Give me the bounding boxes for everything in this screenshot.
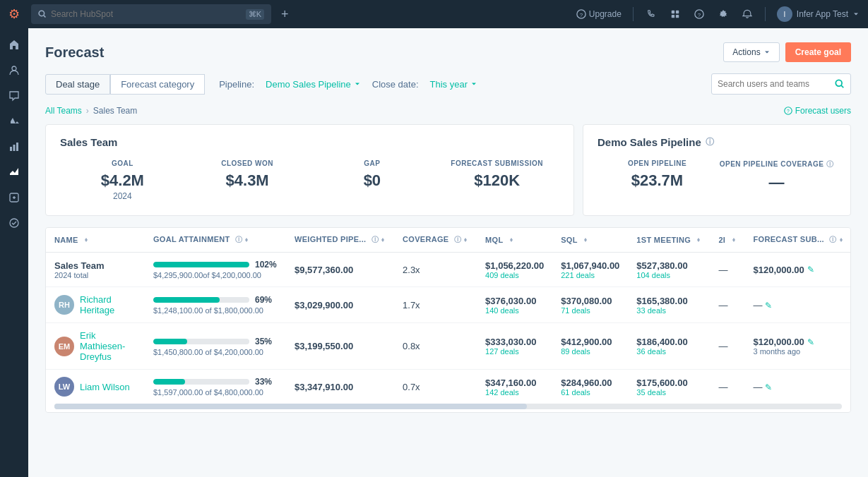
svg-point-15 <box>10 219 18 227</box>
sql-cell: $1,067,940.00 221 deals <box>552 253 628 287</box>
progress-bar-bg <box>153 379 249 385</box>
search-icon <box>38 10 47 18</box>
mql-amount: $333,030.00 <box>485 337 544 347</box>
sql-deals[interactable]: 71 deals <box>561 306 619 315</box>
forecast-sub-info[interactable]: ⓘ <box>829 235 836 245</box>
pipeline-filter-value[interactable]: Demo Sales Pipeline <box>266 79 361 90</box>
svg-text:?: ? <box>580 12 583 18</box>
sidebar-reports-icon[interactable] <box>3 161 25 183</box>
sales-team-summary-card: Sales Team GOAL $4.2M 2024 CLOSED WON $4… <box>45 124 574 216</box>
forecast-sub-edit-icon[interactable]: ✎ <box>765 382 772 392</box>
col-forecast-sub: FORECAST SUB... ⓘ <box>745 228 851 253</box>
name-cell: Sales Team2024 total <box>46 253 145 287</box>
sidebar-contacts-icon[interactable] <box>3 59 25 82</box>
sidebar-automation-icon[interactable] <box>3 186 25 209</box>
tab-forecast-category[interactable]: Forecast category <box>110 74 205 95</box>
mql-block: $347,160.00 142 deals <box>485 378 544 397</box>
user-menu[interactable]: I Infer App Test <box>777 6 860 22</box>
coverage-cell: 0.7x <box>394 370 477 404</box>
mql-amount: $376,030.00 <box>485 296 544 306</box>
user-name-link[interactable]: Liam Wilson <box>80 382 130 392</box>
horizontal-scrollbar-thumb[interactable] <box>54 404 527 409</box>
mql-deals[interactable]: 409 deals <box>485 271 544 279</box>
mql-cell: $347,160.00 142 deals <box>477 370 552 404</box>
actions-button[interactable]: Actions <box>723 42 779 62</box>
sidebar-home-icon[interactable] <box>3 34 25 56</box>
col-weighted-pipe: WEIGHTED PIPE... ⓘ <box>286 228 394 253</box>
tab-deal-stage[interactable]: Deal stage <box>45 74 110 95</box>
weighted-pipe-info[interactable]: ⓘ <box>371 235 379 245</box>
mql-deals[interactable]: 142 deals <box>485 388 544 397</box>
mql-deals[interactable]: 127 deals <box>485 347 544 356</box>
global-search-bar[interactable]: ⌘K <box>31 4 271 24</box>
name-sort-icon[interactable] <box>83 237 89 243</box>
coverage-sort-icon[interactable] <box>463 237 468 243</box>
first-meeting-deals[interactable]: 33 deals <box>636 306 701 315</box>
upgrade-link[interactable]: ? Upgrade <box>576 9 622 19</box>
goal-label: GOAL <box>60 159 185 167</box>
first-meeting-amount: $165,380.00 <box>636 296 701 306</box>
help-icon[interactable]: ? <box>693 8 706 20</box>
first-meeting-block: $527,380.00 104 deals <box>636 260 701 279</box>
forecast-sub-edit-icon[interactable]: ✎ <box>807 265 814 274</box>
weighted-pipe-sort-icon[interactable] <box>380 237 386 243</box>
first-meeting-deals[interactable]: 35 deals <box>636 388 701 397</box>
nav-divider <box>633 7 634 21</box>
sql-deals[interactable]: 221 deals <box>561 271 619 279</box>
open-pipeline-metric: OPEN PIPELINE $23.7M <box>598 159 717 192</box>
progress-bar-fill <box>153 262 249 267</box>
weighted-pipe-cell: $3,029,900.00 <box>286 287 394 323</box>
phone-icon[interactable] <box>645 8 658 20</box>
sql-deals[interactable]: 89 deals <box>561 347 619 356</box>
breadcrumb-all-teams[interactable]: All Teams <box>45 106 82 116</box>
global-search-input[interactable] <box>51 9 242 19</box>
forecast-sub-sort-icon[interactable] <box>838 237 844 243</box>
forecast-users-link[interactable]: ? Forecast users <box>784 106 851 116</box>
sql-amount: $370,080.00 <box>561 296 619 306</box>
coverage-info[interactable]: ⓘ <box>454 235 461 245</box>
create-goal-button[interactable]: Create goal <box>785 42 851 62</box>
svg-line-1 <box>44 16 46 18</box>
goal-attainment-info[interactable]: ⓘ <box>235 235 242 245</box>
first-meeting-amount: $175,600.00 <box>636 378 701 388</box>
settings-icon[interactable] <box>717 8 730 20</box>
forecast-sub-ago: 3 months ago <box>754 347 844 356</box>
progress-bar-bg <box>153 297 249 303</box>
col21-sort-icon[interactable] <box>731 237 737 243</box>
forecast-sub-edit-icon[interactable]: ✎ <box>807 337 814 347</box>
svg-point-16 <box>836 80 842 86</box>
forecast-sub-edit-icon[interactable]: ✎ <box>765 301 772 310</box>
col-21: 2I <box>710 228 744 253</box>
first-meeting-sort-icon[interactable] <box>696 237 701 243</box>
close-date-filter-value[interactable]: This year <box>430 79 477 90</box>
grid-icon[interactable] <box>669 8 682 20</box>
sidebar-conversations-icon[interactable] <box>3 85 25 107</box>
sidebar-sales-icon[interactable] <box>3 135 25 158</box>
user-name-link[interactable]: Richard Heritage <box>80 294 136 315</box>
user-name-link[interactable]: Erik Mathiesen-Dreyfus <box>80 330 136 362</box>
notifications-icon[interactable] <box>741 8 754 20</box>
first-meeting-deals[interactable]: 36 deals <box>636 347 701 356</box>
filter-group: Pipeline: Demo Sales Pipeline Close date… <box>219 79 477 90</box>
sales-metrics-row: GOAL $4.2M 2024 CLOSED WON $4.3M GAP $0 … <box>60 159 559 201</box>
goal-attainment-sort-icon[interactable] <box>244 237 249 243</box>
mql-deals[interactable]: 140 deals <box>485 306 544 315</box>
search-users-bar[interactable] <box>711 73 851 95</box>
pipeline-chevron-icon <box>354 80 361 87</box>
sql-deals[interactable]: 61 deals <box>561 388 619 397</box>
mql-block: $1,056,220.00 409 deals <box>485 260 544 279</box>
first-meeting-cell: $165,380.00 33 deals <box>628 287 710 323</box>
team-name: Sales Team <box>54 260 136 271</box>
sql-sort-icon[interactable] <box>583 237 588 243</box>
progress-bar-fill <box>153 297 220 303</box>
sidebar-service-icon[interactable] <box>3 212 25 234</box>
goal-metric: GOAL $4.2M 2024 <box>60 159 185 201</box>
weighted-pipe-cell: $9,577,360.00 <box>286 253 394 287</box>
sidebar-marketing-icon[interactable] <box>3 110 25 133</box>
first-meeting-amount: $527,380.00 <box>636 260 701 271</box>
search-users-input[interactable] <box>718 79 831 89</box>
horizontal-scrollbar-track[interactable] <box>54 404 842 409</box>
first-meeting-deals[interactable]: 104 deals <box>636 271 701 279</box>
mql-sort-icon[interactable] <box>509 237 514 243</box>
add-button[interactable]: + <box>277 7 293 22</box>
